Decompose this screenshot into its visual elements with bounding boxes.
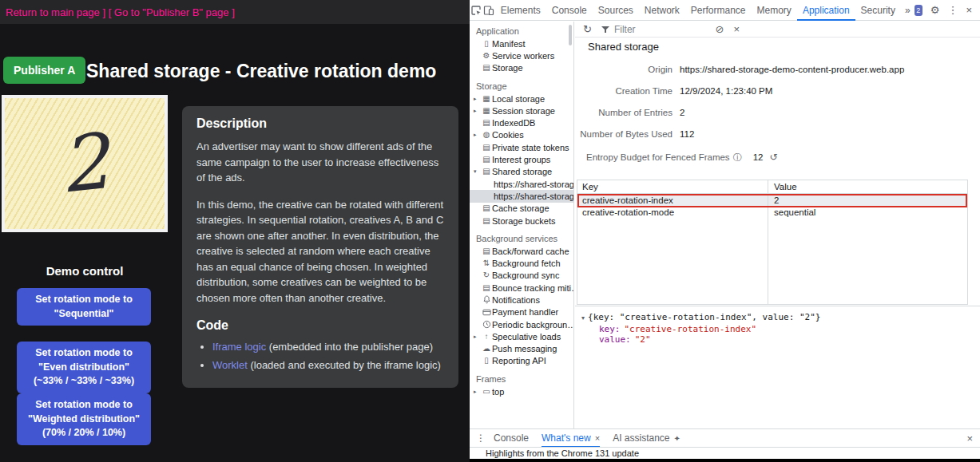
tab-console[interactable]: Console [546,0,593,21]
set-weighted-distribution-button[interactable]: Set rotation mode to "Weighted distribut… [17,393,151,445]
expander-icon[interactable]: ▸ [474,389,481,395]
sidebar-item-indexeddb[interactable]: ▤ IndexedDB [470,116,573,128]
table-row-creative-rotation-mode[interactable]: creative-rotation-mode sequential [577,206,967,218]
panel-title: Shared storage [588,41,659,53]
sidebar-item-notifications[interactable]: Notifications [470,294,573,306]
sidebar-item-speculative-loads[interactable]: ▸ ↑ Speculative loads [470,330,573,342]
more-tabs-icon[interactable]: » [901,5,915,16]
sidebar-item-storage[interactable]: ▤ Storage [470,62,573,74]
tab-memory[interactable]: Memory [752,0,797,21]
device-toolbar-icon[interactable] [482,5,495,16]
tab-performance[interactable]: Performance [685,0,752,21]
sidebar-item-manifest[interactable]: ▯ Manifest [470,38,573,49]
sidebar-item-private-state-tokens[interactable]: ▤ Private state tokens [470,141,573,153]
close-tab-icon[interactable]: × [595,433,600,443]
expander-icon[interactable]: ▾ [474,168,481,175]
publisher-b-link[interactable]: Go to "Publisher B" page [114,6,229,18]
expander-icon[interactable]: ▸ [474,108,481,114]
devtools-close-icon[interactable]: × [966,4,972,16]
inspect-icon[interactable] [470,5,482,16]
sidebar-section-storage: Storage ▸ ▦ Local storage ▸ ▦ Session st… [470,74,573,227]
sidebar-item-payment-handler[interactable]: Payment handler [470,306,573,318]
list-item: Iframe logic (embedded into the publishe… [212,339,444,355]
expander-icon[interactable]: ▸ [474,334,481,340]
meta-value: https://shared-storage-demo-content-prod… [680,65,904,74]
sidebar-item-background-fetch[interactable]: ⇅ Background fetch [470,257,573,269]
ad-creative-frame: 2 [2,95,168,232]
cell-key: creative-rotation-index [577,195,768,205]
sidebar-item-local-storage[interactable]: ▸ ▦ Local storage [470,93,573,105]
column-header-key[interactable]: Key [577,182,768,192]
sidebar-item-back-forward-cache[interactable]: ▤ Back/forward cache [470,245,573,257]
issues-badge[interactable]: 2 [915,5,922,16]
sidebar-item-bounce-tracking[interactable]: ▤ Bounce tracking miti… [470,282,573,294]
iframe-logic-link[interactable]: Iframe logic [212,341,266,353]
tab-security[interactable]: Security [855,0,901,21]
drawer-tab-whats-new[interactable]: What's new × [542,429,600,448]
description-panel: Description An advertiser may want to sh… [182,106,458,388]
sidebar-item-periodic-background-sync[interactable]: Periodic backgroun… [470,318,573,330]
sidebar-item-push-messaging[interactable]: ☁ Push messaging [470,343,573,355]
tab-application[interactable]: Application [797,0,855,21]
sidebar-item-shared-storage-origin-2-selected[interactable]: https://shared-storage… [470,190,573,202]
expander-down-icon[interactable]: ▾ [581,314,585,322]
meta-row-number-of-entries: Number of Entries 2 [575,101,980,123]
info-icon[interactable]: ⓘ [733,152,742,164]
column-divider[interactable] [768,180,768,304]
reset-budget-icon[interactable]: ↺ [769,152,777,163]
section-title: Frames [470,373,573,385]
kebab-menu-icon[interactable]: ⋮ [947,4,958,16]
top-link-bar: Return to main page ] [ Go to "Publisher… [6,6,235,18]
cloud-icon: ☁ [481,345,492,353]
link-end-bracket: ] [229,6,235,18]
sidebar-item-label: Private state tokens [492,143,569,152]
tab-network[interactable]: Network [639,0,685,21]
payment-card-icon [481,308,492,317]
sidebar-item-shared-storage-origin-1[interactable]: https://shared-storage… [470,178,573,190]
column-header-value[interactable]: Value [768,182,797,192]
prop-value: "creative-rotation-index" [625,324,757,334]
sidebar-item-reporting-api[interactable]: ▯ Reporting API [470,355,573,367]
drawer-tab-console[interactable]: Console [494,429,529,448]
section-title: Storage [470,81,573,93]
sidebar-item-session-storage[interactable]: ▸ ▦ Session storage [470,105,573,116]
drawer-tab-ai-assistance[interactable]: AI assistance ✦ [613,429,680,448]
panel-toolbar: ↻ Filter ⊘ × [575,22,980,38]
devtools-window: Elements Console Sources Network Perform… [470,0,980,459]
frame-icon: ▭ [481,388,492,396]
settings-gear-icon[interactable]: ⚙ [930,4,940,16]
sidebar-item-service-workers[interactable]: ⚙ Service workers [470,49,573,61]
cell-key: creative-rotation-mode [577,207,768,217]
sidebar-item-top-frame[interactable]: ▸ ▭ top [470,385,573,397]
delete-all-icon[interactable]: ⊘ [716,23,724,35]
cookie-icon: ◍ [481,131,492,139]
sidebar-item-storage-buckets[interactable]: ▤ Storage buckets [470,215,573,227]
tab-sources[interactable]: Sources [593,0,639,21]
set-even-distribution-button[interactable]: Set rotation mode to "Even distribution"… [17,342,151,393]
cell-value: 2 [768,195,779,205]
preview-prop-key: key:"creative-rotation-index" [599,324,756,334]
clear-icon[interactable]: × [733,23,740,35]
sidebar-item-cache-storage[interactable]: ▤ Cache storage [470,203,573,215]
database-icon: ▤ [481,168,492,176]
drawer-close-icon[interactable]: × [966,432,973,444]
filter-input[interactable]: Filter [614,24,636,35]
sidebar-scrollbar[interactable] [569,25,572,45]
sidebar-item-background-sync[interactable]: ↻ Background sync [470,270,573,282]
expander-icon[interactable]: ▸ [474,132,481,138]
meta-label: Creation Time [575,86,673,96]
service-workers-icon: ⚙ [481,52,492,60]
sidebar-item-interest-groups[interactable]: ▤ Interest groups [470,153,573,165]
sidebar-item-cookies[interactable]: ▸ ◍ Cookies [470,129,573,141]
sidebar-item-shared-storage[interactable]: ▾ ▤ Shared storage [470,166,573,178]
set-sequential-button[interactable]: Set rotation mode to "Sequential" [17,288,151,326]
return-main-link[interactable]: Return to main page [6,6,100,18]
worklet-link[interactable]: Worklet [212,359,248,371]
meta-row-bytes-used: Number of Bytes Used 112 [575,123,980,144]
publisher-badge: Publisher A [3,57,85,84]
table-row-creative-rotation-index[interactable]: creative-rotation-index 2 [577,194,967,206]
expander-icon[interactable]: ▸ [474,96,481,102]
drawer-menu-icon[interactable]: ⋮ [476,432,486,444]
refresh-icon[interactable]: ↻ [583,23,592,35]
tab-elements[interactable]: Elements [495,0,546,21]
